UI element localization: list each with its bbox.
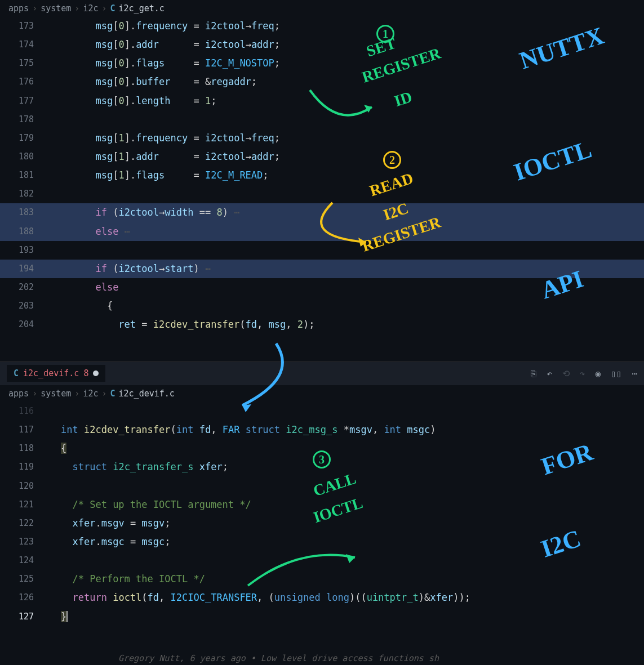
line-number: 204	[0, 315, 34, 334]
previous-change-icon[interactable]: ↶	[547, 368, 552, 379]
line-number: 183	[0, 203, 34, 222]
editor-pane-top[interactable]: 173 174 175 176 177 178 179 180 181 182 …	[0, 17, 644, 361]
line-number: 180	[0, 148, 34, 166]
git-blame-annotation: Gregory Nutt, 6 years ago • Low level dr…	[118, 653, 439, 663]
line-number: 124	[0, 551, 34, 570]
crumb-file[interactable]: i2c_get.c	[119, 3, 165, 14]
next-change-icon[interactable]: ↷	[580, 368, 585, 379]
tab-bar: C i2c_devif.c 8 ⎘ ↶ ⟲ ↷ ◉ ▯▯ ⋯	[0, 361, 644, 385]
unsaved-dot-icon	[93, 371, 99, 376]
tab-badge: 8	[83, 368, 88, 378]
more-icon[interactable]: ⋯	[632, 368, 637, 379]
code-body[interactable]: msg[0].frequency = i2ctool→freq; msg[0].…	[61, 17, 644, 334]
line-number: 194	[0, 260, 34, 278]
code-body[interactable]: int i2cdev_transfer(int fd, FAR struct i…	[61, 402, 644, 626]
line-number: 123	[0, 533, 34, 551]
crumb-seg[interactable]: apps	[8, 389, 29, 399]
line-number: 181	[0, 166, 34, 185]
chevron-right-icon: ›	[101, 389, 106, 399]
chevron-right-icon: ›	[101, 3, 106, 14]
line-number: 125	[0, 570, 34, 588]
crumb-seg[interactable]: i2c	[83, 3, 98, 14]
line-number: 188	[0, 222, 34, 241]
tab-i2c-devif[interactable]: C i2c_devif.c 8	[7, 365, 105, 382]
line-number: 193	[0, 241, 34, 260]
gutter: 116 117 118 119 120 121 122 123 124 125 …	[0, 402, 39, 626]
line-number: 182	[0, 185, 34, 203]
line-number: 119	[0, 458, 34, 476]
chevron-right-icon: ›	[74, 389, 79, 399]
crumb-seg[interactable]: system	[41, 3, 71, 14]
line-number: 178	[0, 110, 34, 129]
chevron-right-icon: ›	[32, 3, 37, 14]
line-number: 120	[0, 477, 34, 496]
c-lang-icon: C	[110, 3, 116, 14]
line-number: 177	[0, 92, 34, 110]
line-number: 174	[0, 35, 34, 54]
c-lang-icon: C	[14, 368, 19, 378]
line-number: 122	[0, 514, 34, 533]
crumb-seg[interactable]: system	[41, 389, 71, 399]
crumb-seg[interactable]: apps	[8, 3, 29, 14]
locate-file-icon[interactable]: ⎘	[531, 368, 536, 379]
sync-icon[interactable]: ⟲	[562, 368, 570, 379]
run-icon[interactable]: ◉	[595, 368, 601, 379]
line-number: 176	[0, 73, 34, 91]
breadcrumb[interactable]: apps › system › i2c › C i2c_get.c	[0, 0, 644, 17]
line-number: 126	[0, 588, 34, 607]
line-number: 203	[0, 297, 34, 315]
split-editor-icon[interactable]: ▯▯	[611, 368, 621, 379]
editor-toolbar: ⎘ ↶ ⟲ ↷ ◉ ▯▯ ⋯	[531, 368, 637, 379]
line-number: 127	[0, 608, 34, 626]
line-number: 116	[0, 402, 34, 421]
line-number: 202	[0, 278, 34, 297]
chevron-right-icon: ›	[74, 3, 79, 14]
line-number: 179	[0, 129, 34, 148]
line-number: 175	[0, 54, 34, 73]
chevron-right-icon: ›	[32, 389, 37, 399]
line-number: 121	[0, 496, 34, 514]
gutter: 173 174 175 176 177 178 179 180 181 182 …	[0, 17, 39, 334]
line-number: 118	[0, 439, 34, 458]
line-number: 173	[0, 17, 34, 35]
breadcrumb[interactable]: apps › system › i2c › C i2c_devif.c	[0, 385, 644, 402]
crumb-file[interactable]: i2c_devif.c	[119, 389, 175, 399]
line-number: 117	[0, 421, 34, 439]
crumb-seg[interactable]: i2c	[83, 389, 98, 399]
editor-pane-bottom[interactable]: 116 117 118 119 120 121 122 123 124 125 …	[0, 402, 644, 665]
c-lang-icon: C	[110, 389, 116, 399]
tab-label: i2c_devif.c	[23, 368, 79, 378]
